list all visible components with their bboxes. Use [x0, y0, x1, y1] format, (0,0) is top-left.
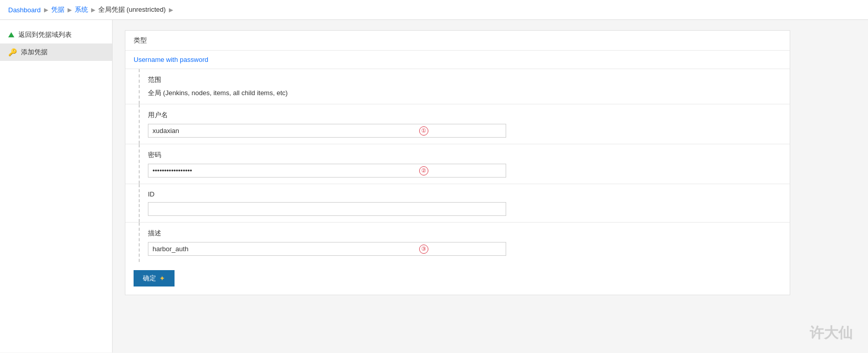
breadcrumb-credentials[interactable]: 凭据 [51, 5, 64, 14]
username-dashed-line [134, 104, 140, 144]
sidebar-item-add[interactable]: 🔑 添加凭据 [0, 43, 112, 61]
breadcrumb-sep-2: ▶ [68, 7, 72, 13]
main-content: 类型 Username with password 范围 全局 (Jenkins… [113, 20, 868, 352]
scope-value: 全局 (Jenkins, nodes, items, all child ite… [148, 89, 782, 98]
type-value: Username with password [125, 51, 790, 69]
username-content: 用户名 ① [140, 104, 790, 144]
password-content: 密码 ② [140, 144, 790, 184]
button-area: 确定 ✦ [125, 262, 790, 295]
password-input-wrapper: ② [148, 164, 782, 178]
breadcrumb-system[interactable]: 系统 [75, 5, 88, 14]
sidebar-return-label: 返回到凭据域列表 [18, 30, 72, 39]
breadcrumb-sep-4: ▶ [169, 7, 173, 13]
id-input-wrapper [148, 202, 782, 216]
id-dashed-line [134, 184, 140, 222]
breadcrumb-sep-3: ▶ [91, 7, 95, 13]
username-input-wrapper: ① [148, 124, 782, 138]
id-label: ID [148, 190, 782, 198]
confirm-label: 确定 [143, 274, 156, 283]
confirm-button[interactable]: 确定 ✦ [134, 270, 175, 286]
description-label: 描述 [148, 229, 782, 238]
scope-label: 范围 [148, 75, 782, 84]
sidebar-item-return[interactable]: 返回到凭据域列表 [0, 26, 112, 43]
sidebar-add-label: 添加凭据 [21, 48, 48, 57]
username-label: 用户名 [148, 111, 782, 120]
form-panel: 类型 Username with password 范围 全局 (Jenkins… [125, 30, 790, 295]
password-input[interactable] [148, 164, 506, 178]
breadcrumb-dashboard[interactable]: Dashboard [8, 6, 41, 14]
description-input[interactable] [148, 242, 506, 256]
password-label: 密码 [148, 150, 782, 160]
username-input[interactable] [148, 124, 506, 138]
breadcrumb: Dashboard ▶ 凭据 ▶ 系统 ▶ 全局凭据 (unrestricted… [0, 0, 868, 20]
type-label: 类型 [125, 31, 790, 51]
description-row: 描述 ③ [125, 223, 790, 262]
scope-row: 范围 全局 (Jenkins, nodes, items, all child … [125, 69, 790, 104]
id-input[interactable] [148, 202, 506, 216]
password-dashed-line [134, 144, 140, 184]
arrow-up-icon [8, 32, 14, 37]
breadcrumb-global: 全局凭据 (unrestricted) [98, 5, 166, 14]
id-content: ID [140, 184, 790, 222]
scope-dashed-line [134, 69, 140, 104]
sidebar: 返回到凭据域列表 🔑 添加凭据 [0, 20, 113, 352]
description-dashed-line [134, 223, 140, 262]
description-content: 描述 ③ [140, 223, 790, 262]
id-row: ID [125, 184, 790, 223]
password-row: 密码 ② [125, 144, 790, 184]
star-icon: ✦ [159, 274, 165, 282]
breadcrumb-sep-1: ▶ [44, 7, 48, 13]
scope-content: 范围 全局 (Jenkins, nodes, items, all child … [140, 69, 790, 104]
username-row: 用户名 ① [125, 104, 790, 144]
key-icon: 🔑 [8, 48, 17, 56]
description-input-wrapper: ③ [148, 242, 782, 256]
